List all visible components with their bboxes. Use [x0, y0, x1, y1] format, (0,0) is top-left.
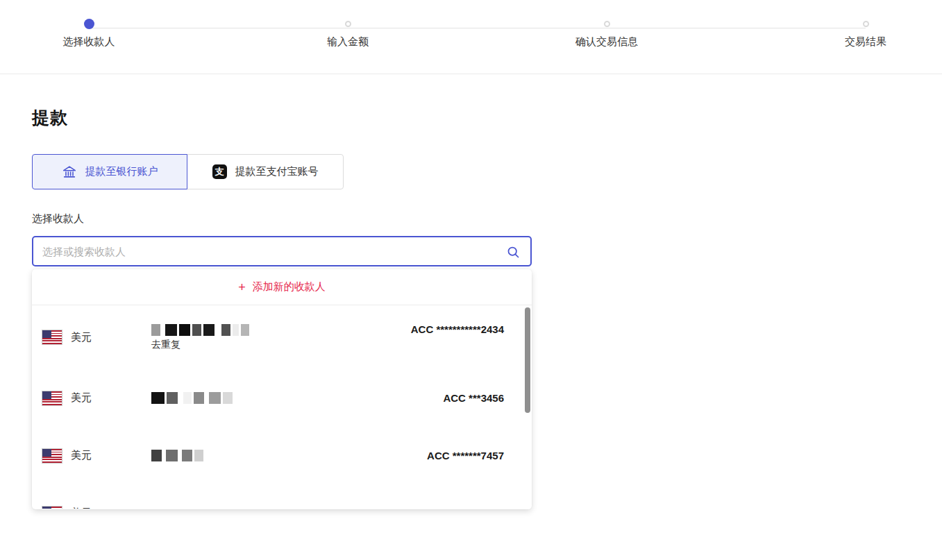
step-enter-amount: 输入金额 — [271, 18, 424, 49]
redaction-block — [151, 450, 162, 461]
tab-withdraw-to-alipay[interactable]: 支 提款至支付宝账号 — [187, 154, 344, 189]
redaction-block — [209, 392, 221, 404]
tab-withdraw-to-bank[interactable]: 提款至银行账户 — [32, 154, 187, 189]
step-label: 交易结果 — [789, 35, 942, 49]
progress-stepper: 选择收款人 输入金额 确认交易信息 交易结果 — [0, 0, 942, 74]
us-flag-icon — [42, 330, 62, 345]
redaction-block — [182, 450, 192, 461]
step-dot — [863, 21, 869, 27]
scrollbar-thumb[interactable] — [525, 307, 530, 413]
us-flag-icon — [42, 506, 62, 509]
step-dot — [604, 21, 610, 27]
us-flag-icon — [42, 391, 62, 406]
step-label: 选择收款人 — [12, 35, 165, 49]
redaction-block — [167, 392, 178, 404]
payee-option[interactable]: 美元 ACC ***3456 — [32, 369, 532, 427]
redaction-block — [183, 392, 192, 404]
add-new-payee-label: 添加新的收款人 — [253, 280, 326, 294]
redaction-block — [192, 324, 201, 336]
redacted-name — [151, 392, 443, 405]
add-new-payee-button[interactable]: + 添加新的收款人 — [32, 269, 532, 305]
redaction-block — [194, 392, 204, 404]
step-confirm-info: 确认交易信息 — [530, 18, 683, 49]
step-label: 确认交易信息 — [530, 35, 683, 49]
tab-label: 提款至支付宝账号 — [235, 165, 319, 178]
bank-icon — [62, 164, 77, 180]
redacted-name — [151, 324, 411, 337]
account-number: ACC ***********2434 — [411, 323, 504, 335]
stepper-connector-line — [89, 28, 866, 28]
redaction-block — [166, 450, 178, 461]
account-number: ACC ****4567 — [439, 507, 504, 509]
redaction-block — [203, 324, 215, 336]
redaction-block — [179, 324, 190, 336]
account-number: ACC ***3456 — [443, 392, 504, 404]
payee-option[interactable]: 美元 去重复 ACC ***********2434 — [32, 305, 532, 369]
redaction-block — [233, 324, 239, 336]
alipay-icon: 支 — [212, 164, 227, 179]
redaction-block — [223, 392, 233, 404]
payee-option[interactable]: 美元 ACC *******7457 — [32, 427, 532, 484]
payee-field-label: 选择收款人 — [32, 212, 942, 226]
redaction-block — [241, 324, 249, 336]
redaction-block — [151, 324, 160, 336]
payee-search-input[interactable] — [33, 237, 530, 265]
payee-option[interactable]: 美元 Xiao Beijing ACC ****4567 — [32, 484, 532, 509]
step-select-payee: 选择收款人 — [12, 18, 165, 49]
step-dot-active — [84, 19, 94, 29]
redaction-block — [194, 450, 203, 461]
plus-icon: + — [238, 281, 246, 294]
step-label: 输入金额 — [271, 35, 424, 49]
redaction-block — [151, 392, 165, 404]
currency-label: 美元 — [71, 507, 92, 509]
currency-label: 美元 — [71, 331, 92, 344]
payee-search-box — [32, 236, 532, 266]
us-flag-icon — [42, 448, 62, 464]
redaction-block — [165, 324, 177, 336]
withdraw-method-tabs: 提款至银行账户 支 提款至支付宝账号 — [32, 154, 344, 189]
redaction-block — [221, 324, 230, 336]
step-result: 交易结果 — [789, 18, 942, 49]
payee-list: 美元 去重复 ACC ***********2434 — [32, 305, 532, 509]
payee-dropdown: + 添加新的收款人 美元 — [32, 269, 532, 509]
tab-label: 提款至银行账户 — [85, 165, 158, 178]
payee-name: Xiao Beijing — [151, 507, 211, 509]
search-icon — [506, 245, 521, 260]
step-dot — [345, 21, 351, 27]
account-number: ACC *******7457 — [427, 450, 504, 461]
payee-subtitle: 去重复 — [151, 339, 411, 351]
currency-label: 美元 — [71, 391, 92, 405]
page-title: 提款 — [32, 106, 942, 129]
currency-label: 美元 — [71, 449, 92, 462]
redacted-name — [151, 450, 427, 462]
